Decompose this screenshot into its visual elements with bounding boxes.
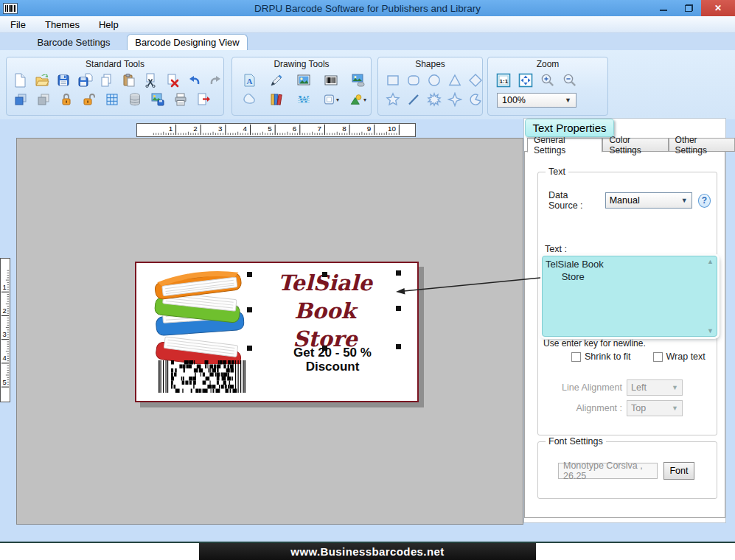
copy-icon[interactable]: [100, 72, 115, 88]
shrink-to-fit-checkbox[interactable]: Shrink to fit: [571, 351, 631, 362]
label-design[interactable]: TelSiale Book Store Get 20 - 50 % Discou…: [135, 262, 419, 402]
undo-icon[interactable]: [187, 72, 202, 88]
save-as-icon[interactable]: [78, 72, 94, 88]
textarea-scrollbar[interactable]: ▲ ▼: [706, 258, 715, 335]
maximize-icon: [685, 4, 693, 12]
menu-item-help[interactable]: Help: [99, 19, 119, 30]
shape-four-star-icon[interactable]: [447, 91, 462, 108]
minimize-button[interactable]: [651, 0, 676, 16]
toolbar-group-drawing-tools: Drawing ToolsAW▾▾: [231, 57, 372, 116]
shape-pie-icon[interactable]: [468, 91, 483, 108]
text-groupbox: Text Data Source : Manual ▼ ? Text : Tel…: [537, 172, 717, 435]
barcode-tool-icon[interactable]: [323, 72, 339, 88]
zoom-fit-icon[interactable]: [518, 72, 534, 88]
wrap-text-checkbox[interactable]: Wrap text: [653, 351, 706, 362]
scroll-up-icon[interactable]: ▲: [707, 258, 714, 265]
zoom-out-icon[interactable]: [562, 72, 578, 88]
shape-ellipse-icon[interactable]: [427, 72, 442, 88]
toolbar-group-shapes: Shapes: [377, 57, 483, 116]
group-label: Drawing Tools: [232, 59, 371, 69]
tab-other-settings[interactable]: Other Settings: [669, 138, 735, 152]
svg-text:7: 7: [317, 125, 321, 133]
send-back-icon[interactable]: [35, 91, 52, 108]
save-icon[interactable]: [56, 72, 72, 88]
line-alignment-label: Line Alignment: [544, 382, 627, 393]
shape-triangle-icon[interactable]: [447, 72, 462, 88]
group-label: Zoom: [488, 59, 607, 69]
tab-color-settings[interactable]: Color Settings: [602, 138, 668, 152]
font-name-field: Monotype Corsiva , 26.25: [558, 463, 658, 479]
help-icon[interactable]: ?: [698, 194, 711, 208]
shape-star-icon[interactable]: [386, 91, 400, 108]
redo-icon[interactable]: [209, 72, 224, 88]
open-folder-icon[interactable]: [35, 72, 50, 88]
selection-handle[interactable]: [247, 346, 252, 351]
print-icon[interactable]: [173, 91, 189, 108]
chevron-down-icon: ▼: [672, 384, 678, 391]
menubar: FileThemesHelp: [0, 16, 735, 33]
picture-tool-icon[interactable]: [296, 72, 312, 88]
data-source-dropdown[interactable]: Manual ▼: [605, 192, 692, 209]
shape-rect-icon[interactable]: [386, 72, 400, 88]
shape-line-icon[interactable]: [406, 91, 421, 108]
exit-icon[interactable]: [195, 91, 212, 108]
lock-icon[interactable]: [58, 91, 74, 108]
group-label: Shapes: [378, 59, 482, 69]
selection-handle[interactable]: [247, 272, 252, 277]
clipart-tool-icon[interactable]: ▾: [350, 91, 366, 108]
barcode-image[interactable]: [159, 360, 245, 393]
frame-tool-icon[interactable]: ▾: [323, 91, 339, 108]
selection-handle[interactable]: [322, 272, 327, 277]
dropdown-caret-icon[interactable]: ▾: [336, 97, 339, 103]
svg-text:3: 3: [218, 125, 223, 133]
properties-tab-strip: General SettingsColor SettingsOther Sett…: [527, 138, 735, 152]
tab-barcode-designing-view[interactable]: Barcode Designing View: [127, 34, 248, 50]
close-button[interactable]: ✕: [701, 0, 735, 16]
maximize-button[interactable]: [676, 0, 701, 16]
tab-barcode-settings[interactable]: Barcode Settings: [29, 34, 118, 50]
grid-icon[interactable]: [104, 91, 120, 108]
line-alignment-dropdown[interactable]: Left ▼: [627, 379, 683, 396]
text-tool-icon[interactable]: A: [241, 72, 257, 88]
shape-diamond-icon[interactable]: [468, 72, 483, 88]
dropdown-caret-icon[interactable]: ▾: [363, 97, 366, 103]
shape-rounded-rect-icon[interactable]: [406, 72, 421, 88]
pen-tool-icon[interactable]: [268, 72, 285, 88]
cut-icon[interactable]: [143, 72, 159, 88]
image-frame-icon[interactable]: [350, 72, 366, 88]
paste-icon[interactable]: [122, 72, 137, 88]
freeform-tool-icon[interactable]: [241, 91, 257, 108]
bring-front-icon[interactable]: [13, 91, 29, 108]
alignment-dropdown[interactable]: Top ▼: [627, 400, 683, 416]
scroll-down-icon[interactable]: ▼: [707, 327, 714, 335]
books-tool-icon[interactable]: [268, 91, 285, 108]
svg-text:1: 1: [3, 283, 7, 291]
text-input[interactable]: TelSiale Book Store: [546, 258, 705, 335]
svg-text:9: 9: [367, 125, 371, 133]
tab-general-settings[interactable]: General Settings: [527, 138, 602, 153]
zoom-level-dropdown[interactable]: 100%▼: [497, 93, 576, 108]
books-image: [145, 267, 253, 364]
selection-handle[interactable]: [396, 270, 401, 276]
design-text-object[interactable]: TelSiale Book Store: [247, 272, 403, 350]
svg-text:5: 5: [268, 125, 272, 133]
unlock-icon[interactable]: [81, 91, 97, 108]
chevron-down-icon: ▼: [681, 197, 688, 204]
database-icon[interactable]: [127, 91, 143, 108]
delete-icon[interactable]: [165, 72, 181, 88]
selection-handle[interactable]: [247, 307, 252, 312]
zoom-one-to-one-icon[interactable]: 1:1: [495, 72, 512, 88]
image-save-icon[interactable]: [150, 91, 166, 108]
font-button[interactable]: Font: [663, 462, 694, 480]
zoom-in-icon[interactable]: [540, 72, 556, 88]
design-subtext[interactable]: Get 20 - 50 % Discount: [254, 346, 411, 374]
selection-handle[interactable]: [396, 306, 401, 311]
menu-item-file[interactable]: File: [10, 19, 26, 30]
menu-item-themes[interactable]: Themes: [45, 19, 80, 30]
watermark-tool-icon[interactable]: W: [296, 91, 312, 108]
window-title: DRPU Barcode Software for Publishers and…: [0, 3, 735, 14]
new-page-icon[interactable]: [13, 72, 28, 88]
shape-burst-icon[interactable]: [427, 91, 442, 108]
svg-text:4: 4: [243, 125, 248, 133]
toolbar-group-zoom: Zoom1:1100%▼: [487, 57, 608, 116]
